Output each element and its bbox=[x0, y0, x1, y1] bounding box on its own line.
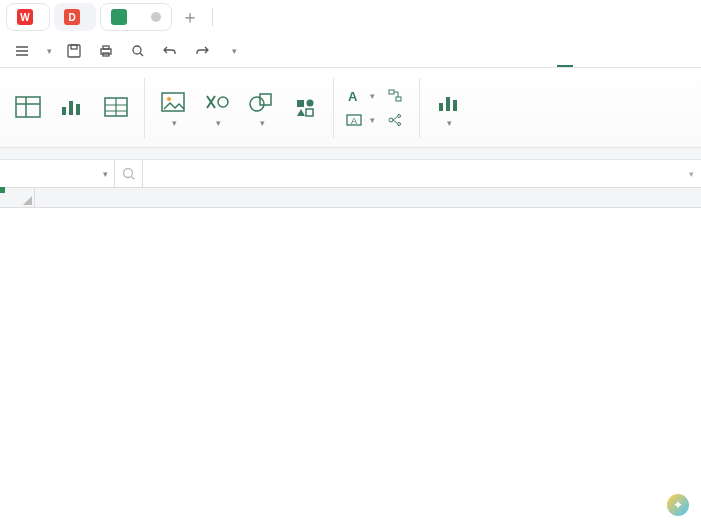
svg-rect-1 bbox=[71, 45, 77, 49]
menu-review[interactable] bbox=[637, 35, 653, 67]
diagram-group bbox=[383, 86, 411, 130]
svg-rect-23 bbox=[396, 97, 401, 101]
flowchart-button[interactable] bbox=[383, 86, 411, 106]
svg-point-24 bbox=[389, 118, 393, 122]
table-button[interactable] bbox=[96, 93, 136, 123]
text-group: A ▾ A ▾ bbox=[342, 86, 379, 130]
chevron-down-icon: ▾ bbox=[370, 91, 375, 101]
svg-rect-0 bbox=[68, 45, 80, 57]
redo-icon[interactable] bbox=[188, 37, 216, 65]
cancel-formula-icon[interactable] bbox=[115, 160, 143, 187]
textbox-icon: A bbox=[346, 112, 362, 128]
svg-point-26 bbox=[398, 122, 401, 125]
watermark-icon: ✦ bbox=[667, 494, 689, 516]
all-charts-button[interactable]: ▾ bbox=[428, 88, 468, 128]
svg-rect-18 bbox=[306, 109, 313, 116]
grid-separator bbox=[0, 148, 701, 160]
chevron-down-icon: ▾ bbox=[172, 118, 177, 128]
pivot-chart-button[interactable] bbox=[52, 93, 92, 123]
formula-input[interactable] bbox=[159, 160, 681, 187]
ribbon-separator bbox=[333, 78, 334, 138]
ribbon-separator bbox=[419, 78, 420, 138]
quick-dropdown[interactable]: ▾ bbox=[220, 37, 248, 65]
chevron-down-icon: ▾ bbox=[370, 115, 375, 125]
svg-rect-16 bbox=[297, 100, 304, 107]
file-icon bbox=[111, 9, 127, 25]
svg-point-13 bbox=[218, 97, 228, 107]
menu-data[interactable] bbox=[617, 35, 633, 67]
mindmap-icon bbox=[387, 112, 403, 128]
formula-bar: ▾ ▾ bbox=[0, 160, 701, 188]
undo-icon[interactable] bbox=[156, 37, 184, 65]
pivot-table-icon bbox=[14, 93, 42, 121]
wps-logo-icon: W bbox=[17, 9, 33, 25]
save-icon[interactable] bbox=[60, 37, 88, 65]
svg-rect-7 bbox=[62, 107, 66, 115]
chart-icon bbox=[434, 88, 462, 116]
select-all-button[interactable] bbox=[0, 188, 35, 208]
svg-rect-22 bbox=[389, 90, 394, 94]
wordart-button[interactable]: A ▾ bbox=[342, 86, 379, 106]
flowchart-icon bbox=[387, 88, 403, 104]
new-tab-button[interactable]: ＋ bbox=[176, 3, 204, 31]
icons-button[interactable] bbox=[285, 93, 325, 123]
wordart-icon: A bbox=[346, 88, 362, 104]
svg-rect-9 bbox=[76, 104, 80, 115]
svg-point-30 bbox=[123, 168, 132, 177]
svg-point-12 bbox=[167, 97, 171, 101]
spreadsheet bbox=[0, 188, 701, 522]
svg-point-25 bbox=[398, 114, 401, 117]
svg-text:A: A bbox=[351, 116, 357, 126]
svg-point-14 bbox=[250, 97, 264, 111]
app-tab[interactable]: W bbox=[6, 3, 50, 31]
menu-view[interactable] bbox=[657, 35, 673, 67]
svg-rect-28 bbox=[446, 97, 450, 111]
mindmap-button[interactable] bbox=[383, 110, 411, 130]
divider bbox=[212, 8, 213, 26]
print-icon[interactable] bbox=[92, 37, 120, 65]
screenshot-button[interactable]: ▾ bbox=[197, 88, 237, 128]
svg-rect-8 bbox=[69, 101, 73, 115]
shapes-icon bbox=[247, 88, 275, 116]
shapes-button[interactable]: ▾ bbox=[241, 88, 281, 128]
pivot-chart-icon bbox=[58, 93, 86, 121]
svg-point-17 bbox=[307, 99, 314, 106]
chevron-down-icon: ▾ bbox=[447, 118, 452, 128]
template-icon: D bbox=[64, 9, 80, 25]
menu-tools[interactable] bbox=[677, 35, 693, 67]
file-menu[interactable]: ▾ bbox=[40, 35, 56, 67]
chevron-down-icon: ▾ bbox=[260, 118, 265, 128]
chevron-down-icon: ▾ bbox=[216, 118, 221, 128]
svg-text:A: A bbox=[348, 89, 358, 104]
print-preview-icon[interactable] bbox=[124, 37, 152, 65]
chevron-down-icon: ▾ bbox=[47, 46, 52, 56]
icons-icon bbox=[291, 93, 319, 121]
menu-start[interactable] bbox=[537, 35, 553, 67]
menu-bar: ▾ ▾ bbox=[0, 34, 701, 68]
template-tab[interactable]: D bbox=[54, 3, 96, 31]
pivot-table-button[interactable] bbox=[8, 93, 48, 123]
table-icon bbox=[102, 93, 130, 121]
menu-page[interactable] bbox=[577, 35, 593, 67]
picture-icon bbox=[159, 88, 187, 116]
svg-rect-27 bbox=[439, 103, 443, 111]
title-bar: W D ＋ bbox=[0, 0, 701, 34]
close-tab-icon[interactable] bbox=[151, 12, 161, 22]
screenshot-icon bbox=[203, 88, 231, 116]
ribbon-separator bbox=[144, 78, 145, 138]
ribbon: ▾ ▾ ▾ A ▾ A ▾ ▾ bbox=[0, 68, 701, 148]
watermark: ✦ bbox=[667, 494, 693, 516]
file-tab[interactable] bbox=[100, 3, 172, 31]
name-box[interactable]: ▾ bbox=[0, 160, 115, 187]
formula-bar-toggle[interactable]: ▾ bbox=[681, 169, 701, 179]
menu-insert[interactable] bbox=[557, 35, 573, 67]
svg-rect-6 bbox=[16, 97, 40, 117]
chevron-down-icon: ▾ bbox=[232, 46, 237, 56]
menu-formula[interactable] bbox=[597, 35, 613, 67]
hamburger-icon[interactable] bbox=[8, 37, 36, 65]
chevron-down-icon: ▾ bbox=[103, 169, 108, 179]
textbox-button[interactable]: A ▾ bbox=[342, 110, 379, 130]
column-headers bbox=[35, 188, 701, 208]
picture-button[interactable]: ▾ bbox=[153, 88, 193, 128]
svg-point-5 bbox=[133, 46, 141, 54]
